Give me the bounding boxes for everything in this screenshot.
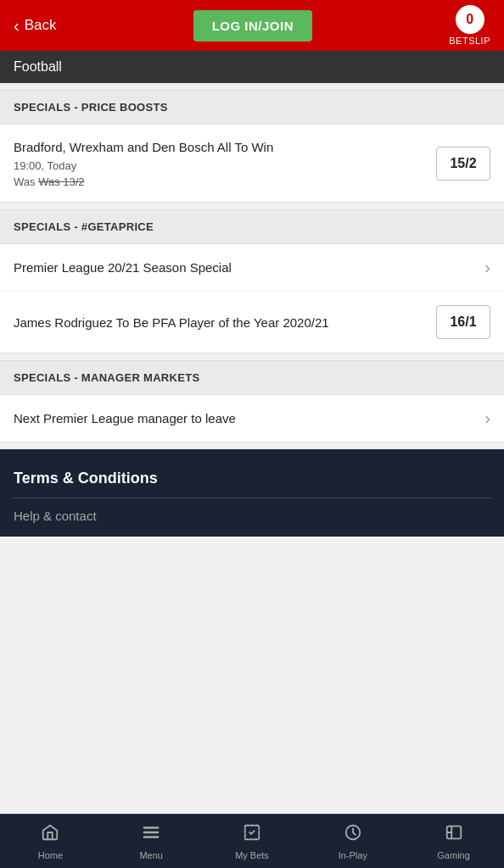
bet-item-james-rodriguez: James Rodriguez To Be PFA Player of the … — [0, 292, 504, 353]
nav-in-play-label: In-Play — [339, 850, 367, 860]
odds-button-bradford[interactable]: 15/2 — [436, 147, 490, 181]
odds-button-james-rodriguez[interactable]: 16/1 — [436, 305, 490, 339]
login-join-button[interactable]: LOG IN/JOIN — [193, 10, 312, 42]
betslip-count: 0 — [456, 5, 484, 34]
terms-title: Terms & Conditions — [14, 470, 490, 487]
section-getaprice: SPECIALS - #GETAPRICE Premier League 20/… — [0, 209, 504, 353]
gaming-icon — [445, 823, 463, 847]
terms-divider — [14, 498, 490, 498]
bet-item-next-manager[interactable]: Next Premier League manager to leave › — [0, 395, 504, 442]
section-price-boosts-header: SPECIALS - PRICE BOOSTS — [0, 91, 504, 125]
chevron-icon-next-manager: › — [484, 409, 490, 428]
back-button[interactable]: ‹ Back — [14, 16, 56, 36]
in-play-icon — [344, 823, 362, 847]
bet-subtitle-bradford: 19:00, Today — [14, 159, 426, 172]
back-label: Back — [25, 17, 57, 34]
betslip-button[interactable]: 0 BETSLIP — [449, 5, 490, 46]
nav-home-label: Home — [38, 850, 63, 860]
section-getaprice-header: SPECIALS - #GETAPRICE — [0, 210, 504, 244]
menu-icon — [142, 823, 160, 847]
nav-in-play[interactable]: In-Play — [302, 823, 403, 860]
bet-title-james-rodriguez: James Rodriguez To Be PFA Player of the … — [14, 314, 426, 331]
betslip-label: BETSLIP — [449, 36, 490, 46]
chevron-icon-premier-league: › — [484, 258, 490, 277]
terms-help: Help & contact — [14, 509, 490, 523]
nav-menu[interactable]: Menu — [101, 823, 202, 860]
section-manager-markets-header: SPECIALS - MANAGER MARKETS — [0, 361, 504, 395]
page-title-bar: Football — [0, 51, 504, 83]
nav-gaming[interactable]: Gaming — [403, 823, 504, 860]
my-bets-icon — [243, 823, 261, 847]
bet-was-bradford: Was Was 13/2 — [14, 175, 426, 188]
bet-title-premier-league: Premier League 20/21 Season Special — [14, 259, 474, 276]
nav-home[interactable]: Home — [0, 823, 101, 860]
bet-title-bradford: Bradford, Wrexham and Den Bosch All To W… — [14, 138, 426, 156]
bet-item-premier-league[interactable]: Premier League 20/21 Season Special › — [0, 244, 504, 292]
nav-gaming-label: Gaming — [437, 850, 470, 860]
bottom-nav: Home Menu My Bets In-Play — [0, 814, 504, 868]
bet-item-bradford: Bradford, Wrexham and Den Bosch All To W… — [0, 125, 504, 202]
section-manager-markets: SPECIALS - MANAGER MARKETS Next Premier … — [0, 360, 504, 442]
header: ‹ Back LOG IN/JOIN 0 BETSLIP — [0, 0, 504, 51]
nav-menu-label: Menu — [139, 850, 163, 860]
nav-my-bets-label: My Bets — [235, 850, 269, 860]
nav-my-bets[interactable]: My Bets — [202, 823, 303, 860]
home-icon — [41, 823, 59, 847]
terms-section: Terms & Conditions Help & contact — [0, 449, 504, 537]
page-title: Football — [14, 59, 62, 74]
section-price-boosts: SPECIALS - PRICE BOOSTS Bradford, Wrexha… — [0, 90, 504, 203]
back-arrow-icon: ‹ — [14, 16, 20, 36]
bet-title-next-manager: Next Premier League manager to leave — [14, 409, 474, 427]
